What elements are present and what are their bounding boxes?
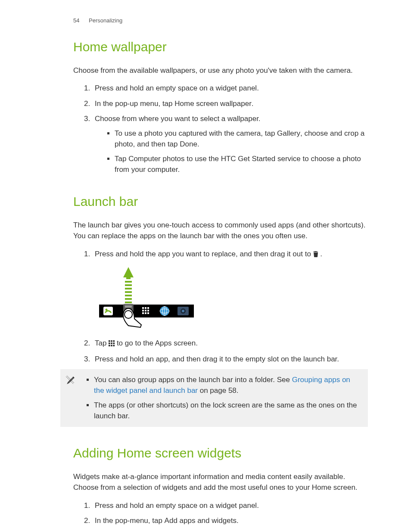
- svg-rect-17: [145, 310, 146, 311]
- svg-rect-3: [125, 288, 132, 289]
- svg-rect-21: [147, 312, 149, 314]
- svg-rect-20: [145, 312, 146, 314]
- svg-rect-32: [113, 340, 115, 342]
- substeps: To use a photo you captured with the cam…: [97, 128, 368, 175]
- note-box: You can also group apps on the launch ba…: [60, 369, 368, 427]
- section-name: Personalizing: [89, 17, 122, 24]
- svg-rect-34: [111, 342, 112, 344]
- step-item: Press and hold the app you want to repla…: [92, 249, 368, 332]
- steps-launch-bar: Press and hold the app you want to repla…: [73, 249, 368, 365]
- note-item: The apps (or other shortcuts) on the loc…: [94, 400, 359, 422]
- steps-home-wallpaper: Press and hold an empty space on a widge…: [73, 83, 368, 175]
- intro-adding-widgets: Widgets make at-a-glance important infor…: [73, 471, 368, 493]
- pencil-icon: [65, 375, 76, 390]
- substep-item: To use a photo you captured with the cam…: [115, 128, 368, 150]
- svg-rect-19: [142, 312, 144, 314]
- apps-grid-icon: [109, 339, 115, 350]
- step-item: Press and hold an empty space on a widge…: [92, 500, 368, 511]
- note-list: You can also group apps on the launch ba…: [80, 374, 359, 422]
- svg-rect-38: [113, 345, 115, 346]
- svg-rect-4: [125, 291, 132, 293]
- svg-rect-36: [109, 345, 110, 346]
- step-item: Press and hold an app, and then drag it …: [92, 354, 368, 365]
- svg-rect-13: [142, 307, 144, 309]
- page-number: 54: [73, 16, 79, 25]
- svg-rect-1: [125, 281, 132, 283]
- step-item: In the pop-menu, tap Add apps and widget…: [92, 515, 368, 526]
- svg-rect-37: [111, 345, 112, 346]
- svg-line-43: [67, 376, 74, 383]
- document-page: 54 Personalizing Home wallpaper Choose f…: [0, 0, 411, 532]
- trash-icon: [313, 249, 318, 261]
- svg-rect-15: [147, 307, 149, 309]
- svg-rect-2: [125, 284, 132, 286]
- svg-rect-40: [68, 377, 74, 383]
- svg-rect-33: [109, 342, 110, 344]
- step-item: In the pop-up menu, tap Home screen wall…: [92, 98, 368, 109]
- svg-point-10: [106, 309, 108, 311]
- step-item: Press and hold an empty space on a widge…: [92, 83, 368, 94]
- svg-point-28: [182, 310, 184, 312]
- svg-rect-30: [109, 340, 110, 342]
- svg-rect-35: [113, 342, 115, 344]
- substep-item: Tap Computer photos to use the HTC Get S…: [115, 153, 368, 175]
- svg-point-29: [125, 311, 132, 318]
- svg-rect-12: [125, 305, 132, 308]
- note-item: You can also group apps on the launch ba…: [94, 374, 359, 396]
- intro-home-wallpaper: Choose from the available wallpapers, or…: [73, 65, 368, 76]
- svg-rect-6: [125, 298, 132, 300]
- heading-home-wallpaper: Home wallpaper: [73, 37, 368, 56]
- heading-launch-bar: Launch bar: [73, 192, 368, 211]
- step-item: Choose from where you want to select a w…: [92, 113, 368, 175]
- launch-bar-illustration: [99, 264, 368, 332]
- svg-line-42: [66, 376, 73, 384]
- svg-rect-14: [145, 307, 146, 309]
- svg-rect-18: [147, 310, 149, 311]
- steps-adding-widgets: Press and hold an empty space on a widge…: [73, 500, 368, 532]
- svg-rect-7: [125, 302, 132, 303]
- svg-marker-0: [123, 267, 134, 279]
- svg-rect-31: [111, 340, 112, 342]
- step-item: Tap > Widgets.: [92, 531, 368, 532]
- svg-rect-16: [142, 310, 144, 311]
- intro-launch-bar: The launch bar gives you one-touch acces…: [73, 220, 368, 242]
- svg-rect-5: [125, 295, 132, 296]
- heading-adding-widgets: Adding Home screen widgets: [73, 443, 368, 463]
- step-item: Tap to go to the Apps screen.: [92, 338, 368, 350]
- running-header: 54 Personalizing: [73, 16, 368, 25]
